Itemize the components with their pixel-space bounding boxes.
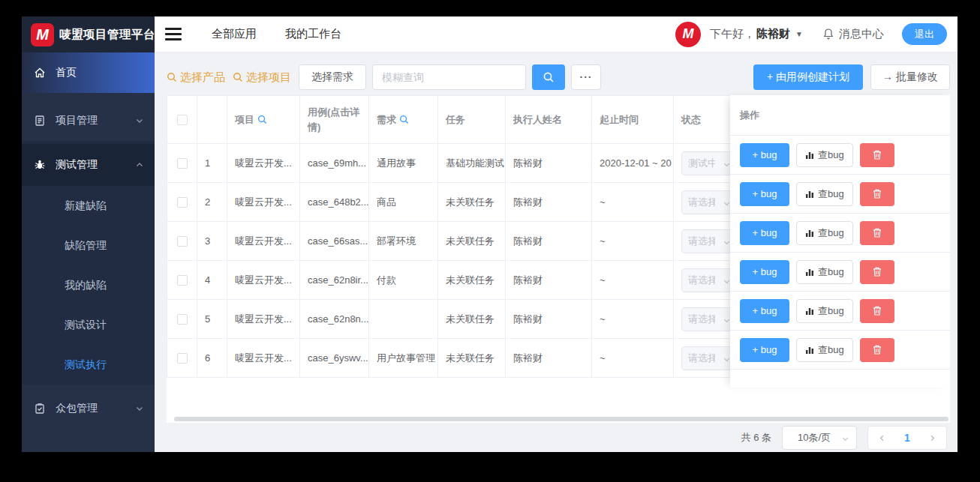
sidebar-item-crowd-mgmt[interactable]: 众包管理	[22, 388, 155, 430]
search-button[interactable]	[532, 64, 565, 90]
bar-chart-icon	[805, 307, 814, 316]
cell-executor: 陈裕财	[506, 144, 592, 183]
status-select[interactable]: 测试中	[681, 151, 738, 175]
add-bug-button[interactable]: + bug	[740, 221, 789, 245]
view-bug-button[interactable]: 查bug	[796, 338, 853, 362]
select-demand-button[interactable]: 选择需求	[299, 64, 366, 90]
delete-button[interactable]	[860, 338, 894, 362]
search-icon[interactable]	[399, 115, 409, 124]
cell-project: 唛盟云开发...	[227, 183, 300, 222]
sidebar-item-home[interactable]: 首页	[22, 52, 155, 93]
cell-case[interactable]: case_62n8n...	[300, 300, 369, 339]
view-bug-button[interactable]: 查bug	[796, 221, 853, 245]
cell-task: 未关联任务	[438, 339, 506, 378]
add-bug-button[interactable]: + bug	[740, 182, 789, 206]
sidebar-item-new-defect[interactable]: 新建缺陷	[22, 186, 155, 226]
cell-project: 唛盟云开发...	[227, 261, 300, 300]
bar-chart-icon	[805, 268, 814, 277]
search-icon	[167, 72, 177, 82]
status-select[interactable]: 请选择	[681, 190, 738, 214]
row-checkbox[interactable]	[177, 314, 188, 325]
avatar[interactable]: M	[675, 22, 701, 47]
sidebar-item-test-mgmt[interactable]: 测试管理	[22, 144, 155, 186]
status-select[interactable]: 请选择	[681, 307, 738, 331]
operation-row: + bug 查bug	[730, 214, 950, 253]
delete-button[interactable]	[860, 182, 894, 206]
logout-button[interactable]: 退出	[902, 23, 947, 45]
add-bug-button[interactable]: + bug	[740, 299, 789, 323]
search-icon[interactable]	[257, 115, 267, 124]
current-page[interactable]: 1	[904, 432, 910, 444]
status-select[interactable]: 请选择	[681, 268, 738, 292]
user-dropdown[interactable]: 下午好，陈裕财 ▼	[710, 27, 803, 41]
cell-task: 未关联任务	[438, 183, 506, 222]
cell-demand: 部署环境	[369, 222, 438, 261]
delete-button[interactable]	[860, 221, 894, 245]
sidebar-item-project-mgmt[interactable]: 项目管理	[22, 100, 155, 141]
delete-button[interactable]	[860, 299, 894, 323]
sidebar-item-test-execution[interactable]: 测试执行	[22, 345, 155, 385]
status-select[interactable]: 请选择	[681, 346, 738, 370]
page-size-value: 10条/页	[798, 431, 831, 445]
cell-index: 5	[197, 300, 227, 339]
view-bug-button[interactable]: 查bug	[796, 260, 853, 284]
more-actions-button[interactable]: ···	[571, 64, 601, 90]
cell-index: 4	[197, 261, 227, 300]
cell-demand: 通用故事	[369, 144, 438, 183]
cell-case[interactable]: case_6yswv...	[300, 339, 369, 378]
status-select[interactable]: 请选择	[681, 229, 738, 253]
select-project-label: 选择项目	[246, 70, 291, 85]
sidebar-item-label: 项目管理	[56, 114, 98, 127]
page-size-select[interactable]: 10条/页	[782, 426, 857, 450]
brand-logo-icon: M	[31, 23, 54, 46]
delete-button[interactable]	[860, 260, 894, 284]
operation-row: + bug 查bug	[730, 292, 950, 331]
row-checkbox[interactable]	[177, 275, 188, 286]
logo-bar: M 唛盟项目管理平台	[22, 16, 155, 52]
batch-edit-button[interactable]: → 批量修改	[870, 64, 950, 90]
status-select-value: 请选择	[688, 352, 715, 365]
view-bug-button[interactable]: 查bug	[796, 182, 853, 206]
header-dates: 起止时间	[592, 96, 674, 144]
row-checkbox[interactable]	[177, 236, 188, 247]
row-checkbox[interactable]	[177, 353, 188, 364]
row-checkbox[interactable]	[177, 158, 188, 169]
sidebar-item-my-defects[interactable]: 我的缺陷	[22, 265, 155, 305]
select-project-link[interactable]: 选择项目	[233, 70, 291, 85]
cell-case[interactable]: case_69mh...	[300, 144, 369, 183]
hamburger-menu-icon[interactable]	[165, 28, 182, 40]
cell-case[interactable]: case_648b2...	[300, 183, 369, 222]
status-select-value: 请选择	[688, 274, 715, 287]
add-bug-button[interactable]: + bug	[740, 338, 789, 362]
select-product-link[interactable]: 选择产品	[167, 70, 225, 85]
trash-icon	[872, 344, 882, 355]
next-page-button[interactable]	[928, 434, 936, 442]
sidebar-item-test-design[interactable]: 测试设计	[22, 305, 155, 345]
add-bug-button[interactable]: + bug	[740, 143, 789, 167]
sidebar-item-clipped[interactable]	[22, 445, 155, 452]
prev-page-button[interactable]	[878, 434, 886, 442]
view-bug-button[interactable]: 查bug	[796, 299, 853, 323]
cell-demand: 商品	[369, 183, 438, 222]
message-center[interactable]: 消息中心	[822, 27, 884, 41]
toolbar: 选择产品 选择项目 选择需求 ··· + 由用例创建计划 → 批量修改	[167, 64, 950, 90]
fuzzy-search-input[interactable]	[372, 64, 526, 90]
delete-button[interactable]	[860, 143, 894, 167]
horizontal-scrollbar[interactable]	[174, 417, 948, 421]
add-bug-button[interactable]: + bug	[740, 260, 789, 284]
select-all-checkbox[interactable]	[177, 115, 188, 125]
view-bug-label: 查bug	[818, 343, 844, 357]
sidebar-item-defect-mgmt[interactable]: 缺陷管理	[22, 226, 155, 265]
view-bug-button[interactable]: 查bug	[796, 143, 853, 167]
view-bug-label: 查bug	[818, 265, 844, 279]
status-select-value: 请选择	[688, 196, 715, 209]
row-checkbox[interactable]	[177, 197, 188, 208]
menu-workbench[interactable]: 我的工作台	[285, 27, 341, 41]
menu-all-apps[interactable]: 全部应用	[212, 27, 257, 41]
cell-case[interactable]: case_62n8ir...	[300, 261, 369, 300]
cell-case[interactable]: case_66sas...	[300, 222, 369, 261]
operation-row: + bug 查bug	[730, 175, 950, 214]
chevron-down-icon	[135, 404, 144, 413]
bar-chart-icon	[805, 190, 814, 199]
create-plan-button[interactable]: + 由用例创建计划	[753, 64, 863, 90]
